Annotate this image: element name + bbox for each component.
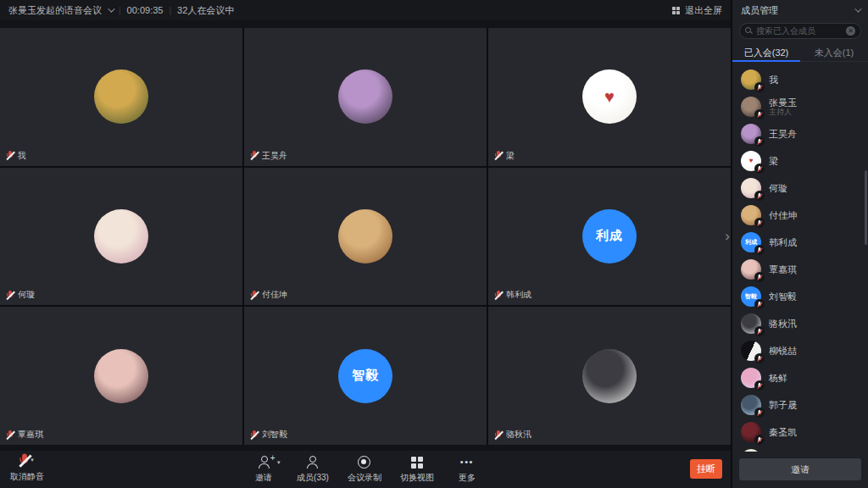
person-icon	[306, 456, 319, 469]
member-list-item[interactable]: 张曼玉 主持人	[732, 93, 868, 120]
unmute-button[interactable]: ▾ 取消静音	[10, 454, 44, 483]
meeting-timer: 00:09:35	[127, 5, 164, 15]
muted-mic-icon	[757, 356, 762, 362]
toolbar-button-label: 成员(33)	[297, 472, 329, 484]
member-list-item[interactable]: 杨鲜	[732, 364, 868, 391]
chevron-down-icon[interactable]: ▾	[277, 459, 281, 465]
member-list-item[interactable]: 覃嘉琪	[732, 256, 868, 283]
member-list-item[interactable]: 智毅 刘智毅	[732, 283, 868, 310]
exit-fullscreen-button[interactable]: 退出全屏	[672, 4, 722, 17]
toolbar-button-more[interactable]: •••更多	[453, 455, 481, 484]
member-list-item[interactable]: 付佳坤	[732, 202, 868, 229]
muted-mic-icon	[250, 151, 259, 160]
tab-not-joined[interactable]: 未入会(1)	[800, 44, 868, 61]
plus-icon: +	[270, 454, 275, 463]
video-grid-area: 我 王昊舟 ♥ 梁 何璇 付佳坤 利成 韩利成	[0, 20, 731, 451]
member-name: 我	[769, 75, 778, 86]
member-avatar	[741, 97, 761, 117]
exit-fullscreen-icon	[672, 7, 680, 14]
member-name: 付佳坤	[769, 210, 797, 221]
chevron-down-icon[interactable]: ▾	[31, 457, 34, 463]
participant-name: 王昊舟	[262, 150, 287, 162]
member-avatar	[741, 395, 761, 415]
member-search-input[interactable]: 搜索已入会成员 ✕	[739, 23, 861, 39]
muted-mic-icon	[250, 291, 259, 300]
member-list-item[interactable]: 何璇	[732, 175, 868, 202]
video-tile[interactable]: 我	[0, 28, 242, 166]
member-avatar: 利成	[741, 232, 761, 252]
member-avatar	[741, 341, 761, 361]
chevron-down-icon[interactable]	[108, 5, 114, 12]
member-list-item[interactable]: 利成 韩利成	[732, 229, 868, 256]
member-list-item[interactable]: 我	[732, 66, 868, 93]
toolbar-button-invite[interactable]: +▾邀请	[249, 455, 278, 484]
toolbar-button-record[interactable]: 会议录制	[348, 455, 381, 484]
member-avatar	[741, 449, 761, 452]
muted-mic-icon	[757, 437, 762, 443]
participant-avatar	[338, 209, 392, 263]
mic-status-badge	[754, 136, 765, 147]
video-tile[interactable]: ♥ 梁	[488, 28, 731, 166]
member-list-item[interactable]: 骆秋汛	[732, 310, 868, 337]
muted-mic-icon	[757, 112, 762, 118]
member-list-item[interactable]: 郭子晟	[732, 391, 868, 419]
member-list-item[interactable]: 柳锐喆	[732, 337, 868, 364]
avatar-glyph: ♥	[604, 88, 615, 105]
member-name: 柳锐喆	[769, 346, 797, 357]
next-page-arrow[interactable]: ›	[725, 229, 730, 243]
video-tile[interactable]: 付佳坤	[244, 168, 487, 306]
video-tile[interactable]: 覃嘉琪	[0, 307, 242, 445]
video-tile[interactable]: 智毅 刘智毅	[244, 307, 487, 445]
panel-title: 成员管理	[741, 4, 778, 17]
meeting-window: 张曼玉发起的语音会议 | 00:09:35 | 32人在会议中 退出全屏 我 王…	[0, 0, 868, 488]
hangup-button[interactable]: 挂断	[690, 459, 722, 479]
member-avatar	[741, 205, 761, 225]
participant-name: 韩利成	[506, 289, 531, 301]
member-tabs: 已入会(32) 未入会(1)	[732, 44, 868, 62]
toolbar-button-layout[interactable]: 切换视图	[400, 455, 434, 484]
meeting-title[interactable]: 张曼玉发起的语音会议	[8, 4, 102, 17]
invite-button[interactable]: 邀请	[739, 458, 861, 480]
muted-mic-icon	[250, 430, 259, 440]
member-list: 我 张曼玉 主持人 王昊舟 ♥	[732, 62, 868, 452]
muted-mic-icon	[757, 166, 762, 172]
member-list-item[interactable]: 秦圣凯	[732, 419, 868, 446]
mic-status-badge	[754, 380, 765, 391]
meeting-topbar: 张曼玉发起的语音会议 | 00:09:35 | 32人在会议中 退出全屏	[0, 0, 731, 20]
member-name: 骆秋汛	[769, 319, 797, 330]
muted-mic-icon	[757, 247, 762, 253]
muted-mic-icon	[757, 193, 762, 199]
participant-avatar	[338, 69, 392, 124]
tab-joined[interactable]: 已入会(32)	[732, 44, 800, 61]
separator: |	[169, 6, 171, 15]
participant-avatar: 利成	[582, 209, 637, 263]
video-tile[interactable]: 何璇	[0, 168, 242, 306]
member-list-item[interactable]: 王昊舟	[732, 120, 868, 147]
mic-status-badge	[754, 408, 765, 418]
member-avatar	[741, 178, 761, 198]
member-name: 郭子晟	[769, 400, 797, 411]
exit-fullscreen-label: 退出全屏	[685, 4, 722, 17]
video-tile[interactable]: 利成 韩利成	[488, 168, 731, 306]
participant-name: 覃嘉琪	[18, 429, 43, 441]
scrollbar-thumb[interactable]	[865, 170, 867, 245]
member-name: 王昊舟	[769, 129, 797, 140]
participant-name: 骆秋汛	[506, 429, 531, 441]
panel-header: 成员管理	[732, 0, 868, 20]
video-tile[interactable]: 骆秋汛	[488, 307, 731, 445]
clear-search-icon[interactable]: ✕	[846, 26, 855, 36]
video-grid: 我 王昊舟 ♥ 梁 何璇 付佳坤 利成 韩利成	[0, 28, 731, 445]
video-tile[interactable]: 王昊舟	[244, 28, 487, 166]
participant-avatar	[94, 349, 148, 403]
muted-mic-icon	[757, 274, 762, 280]
member-list-item[interactable]: ♥ 梁	[732, 147, 868, 175]
muted-mic-icon	[6, 430, 14, 440]
member-name: 刘智毅	[769, 291, 797, 302]
toolbar-button-members[interactable]: 成员(33)	[297, 455, 329, 484]
toolbar-button-label: 邀请	[255, 472, 272, 484]
participant-avatar: ♥	[582, 69, 637, 124]
chevron-down-icon[interactable]	[854, 5, 861, 12]
member-list-item[interactable]	[732, 446, 868, 452]
participant-avatar	[94, 69, 148, 124]
mic-status-badge	[754, 245, 765, 255]
